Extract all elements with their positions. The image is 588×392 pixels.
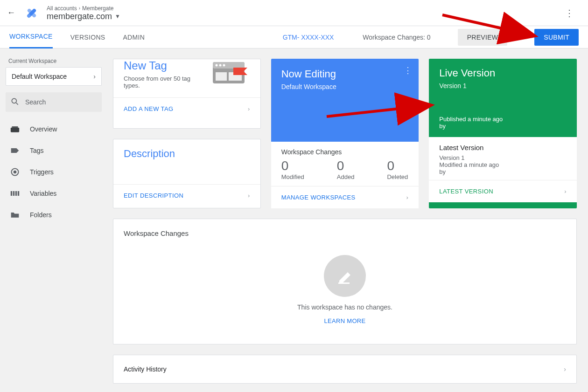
card-menu-button[interactable]: ⋮	[404, 65, 412, 76]
nav-label: Tags	[30, 147, 44, 154]
svg-point-17	[223, 64, 225, 67]
empty-message: This workspace has no changes.	[297, 303, 392, 311]
new-tag-sub: Choose from over 50 tag types.	[124, 75, 203, 89]
action-label: MANAGE WORKSPACES	[281, 194, 356, 201]
overview-icon	[9, 125, 21, 133]
svg-rect-10	[13, 191, 14, 196]
search-icon	[10, 97, 20, 108]
breadcrumb[interactable]: All accounts › Membergate	[47, 6, 120, 11]
submit-button[interactable]: SUBMIT	[534, 29, 579, 46]
folder-icon	[9, 211, 21, 219]
stat-deleted: 0 Deleted	[387, 158, 408, 180]
tab-workspace[interactable]: WORKSPACE	[9, 26, 53, 48]
svg-rect-12	[18, 191, 19, 196]
edit-description-action[interactable]: EDIT DESCRIPTION ›	[113, 184, 260, 206]
svg-rect-11	[15, 191, 17, 196]
svg-point-15	[215, 64, 217, 67]
latest-version-action[interactable]: LATEST VERSION ›	[429, 180, 577, 202]
nav-overview[interactable]: Overview	[6, 118, 102, 140]
preview-button[interactable]: PREVIEW	[458, 29, 508, 46]
action-label: ADD A NEW TAG	[124, 105, 174, 112]
stat-num: 0	[337, 158, 355, 173]
activity-history-row[interactable]: Activity History ›	[113, 355, 577, 384]
breadcrumb-leaf[interactable]: Membergate	[82, 6, 113, 11]
chevron-right-icon: ›	[406, 194, 409, 201]
svg-point-3	[12, 98, 16, 103]
workspace-name: Default Workspace	[12, 73, 67, 80]
breadcrumb-root[interactable]: All accounts	[47, 6, 77, 11]
more-menu-button[interactable]: ⋮	[561, 4, 578, 22]
search-placeholder: Search	[25, 98, 46, 106]
tag-icon	[9, 147, 21, 154]
stat-num: 0	[281, 158, 304, 173]
svg-line-4	[16, 103, 18, 104]
latest-version-title: Latest Version	[439, 144, 567, 151]
live-sub: Version 1	[439, 82, 567, 89]
stat-num: 0	[387, 158, 408, 173]
gtm-logo	[24, 6, 39, 21]
sub-nav: WORKSPACE VERSIONS ADMIN GTM- XXXX-XXX W…	[0, 26, 588, 48]
trigger-icon	[9, 167, 21, 177]
content: New Tag Choose from over 50 tag types.	[107, 48, 588, 392]
latest-version-modified: Modified a minute ago	[439, 161, 567, 168]
live-version-card: Live Version Version 1 Published a minut…	[429, 59, 577, 208]
stat-added: 0 Added	[337, 158, 355, 180]
current-workspace-label: Current Workspace	[6, 54, 102, 67]
activity-title: Activity History	[124, 365, 167, 373]
container-name: membergate.com	[47, 12, 112, 21]
workspace-selector[interactable]: Default Workspace ›	[6, 67, 102, 86]
chevron-right-icon: ›	[79, 6, 80, 11]
stats-title: Workspace Changes	[281, 148, 409, 156]
nav-label: Triggers	[30, 168, 54, 176]
empty-state-icon	[324, 255, 366, 297]
add-new-tag-action[interactable]: ADD A NEW TAG ›	[113, 97, 260, 120]
svg-rect-18	[216, 72, 227, 81]
container-selector[interactable]: membergate.com ▼	[47, 12, 120, 21]
new-tag-illustration	[210, 59, 250, 86]
action-label: EDIT DESCRIPTION	[124, 192, 183, 199]
workspace-changes-panel: Workspace Changes This workspace has no …	[113, 219, 577, 344]
manage-workspaces-action[interactable]: MANAGE WORKSPACES ›	[271, 186, 419, 208]
nav-triggers[interactable]: Triggers	[6, 161, 102, 183]
search-input[interactable]: Search	[6, 92, 102, 112]
description-title: Description	[124, 148, 250, 160]
chevron-right-icon: ›	[93, 73, 96, 80]
nav-tags[interactable]: Tags	[6, 140, 102, 161]
gtm-id[interactable]: GTM- XXXX-XXX	[283, 34, 334, 41]
latest-version-by: by	[439, 168, 567, 175]
svg-rect-20	[338, 282, 350, 284]
caret-down-icon: ▼	[115, 14, 120, 19]
latest-version-ver: Version 1	[439, 154, 567, 161]
back-button[interactable]: ←	[6, 8, 17, 18]
learn-more-link[interactable]: LEARN MORE	[324, 317, 366, 324]
new-tag-card: New Tag Choose from over 50 tag types.	[113, 59, 261, 129]
now-editing-title: Now Editing	[281, 68, 409, 80]
app-header: ← All accounts › Membergate membergate.c…	[0, 0, 588, 26]
nav-label: Variables	[30, 190, 56, 197]
chevron-right-icon: ›	[564, 188, 567, 195]
nav-variables[interactable]: Variables	[6, 183, 102, 204]
now-editing-sub: Default Workspace	[281, 83, 409, 90]
variable-icon	[9, 190, 21, 197]
stat-modified: 0 Modified	[281, 158, 304, 180]
nav-folders[interactable]: Folders	[6, 204, 102, 226]
stat-label: Modified	[281, 173, 304, 180]
nav-label: Folders	[30, 211, 52, 219]
published-by: by	[439, 123, 567, 130]
workspace-changes-title: Workspace Changes	[124, 229, 566, 237]
new-tag-title: New Tag	[124, 59, 203, 72]
tab-admin[interactable]: ADMIN	[123, 26, 145, 48]
tab-versions[interactable]: VERSIONS	[70, 26, 105, 48]
svg-point-16	[219, 64, 221, 67]
chevron-right-icon: ›	[248, 192, 250, 199]
now-editing-card: ⋮ Now Editing Default Workspace Workspac…	[271, 59, 419, 208]
chevron-right-icon: ›	[564, 365, 566, 373]
svg-rect-5	[11, 128, 19, 132]
live-title: Live Version	[439, 67, 567, 79]
sidebar: Current Workspace Default Workspace › Se…	[0, 48, 107, 392]
chevron-right-icon: ›	[248, 105, 250, 112]
action-label: LATEST VERSION	[439, 188, 493, 195]
workspace-changes-count: Workspace Changes: 0	[363, 34, 430, 41]
svg-rect-6	[12, 126, 18, 128]
nav-label: Overview	[30, 125, 57, 133]
